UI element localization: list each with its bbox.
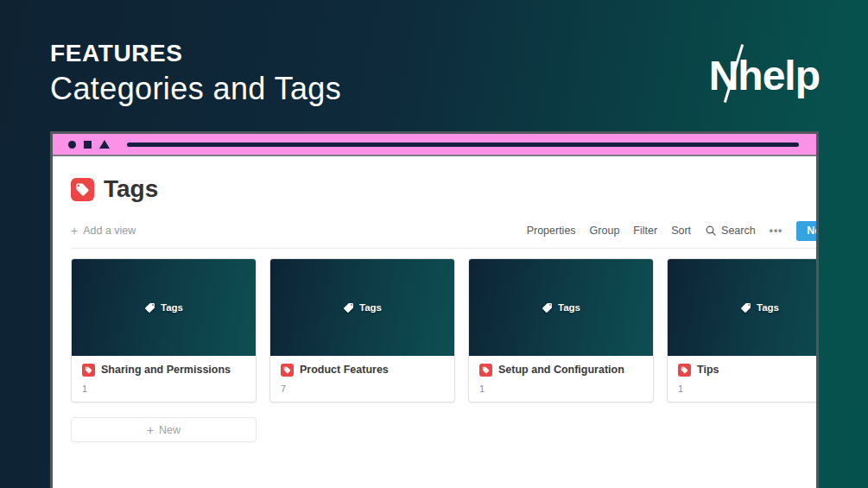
- gallery-card[interactable]: Tags Tips 1: [667, 258, 819, 402]
- card-body: Tips 1: [668, 356, 819, 402]
- plus-icon: +: [71, 224, 78, 238]
- window-square-icon[interactable]: [84, 141, 92, 149]
- more-icon[interactable]: •••: [770, 225, 783, 237]
- browser-window: Tags + Add a view Properties Group Filte…: [50, 131, 819, 488]
- filter-button[interactable]: Filter: [633, 225, 657, 237]
- cover-label: Tags: [757, 302, 779, 313]
- tag-icon: [71, 178, 94, 201]
- gallery-card[interactable]: Tags Sharing and Permissions 1: [71, 258, 257, 402]
- gallery-card[interactable]: Tags Product Features 7: [269, 258, 455, 402]
- new-button[interactable]: New: [796, 221, 819, 241]
- new-row-label: New: [159, 424, 181, 436]
- hero-kicker: FEATURES: [50, 40, 341, 67]
- view-bar: + Add a view Properties Group Filter Sor…: [71, 220, 816, 241]
- page-title: Categories and Tags: [50, 71, 341, 107]
- card-title: Tips: [697, 363, 719, 377]
- card-cover: Tags: [668, 259, 819, 356]
- tag-icon: [343, 302, 354, 314]
- add-view-button[interactable]: + Add a view: [71, 224, 136, 238]
- cover-label: Tags: [161, 302, 183, 313]
- gallery-card[interactable]: Tags Setup and Configuration 1: [468, 258, 654, 402]
- card-title: Product Features: [300, 363, 389, 377]
- page-content: Tags + Add a view Properties Group Filte…: [53, 156, 816, 486]
- card-title: Setup and Configuration: [498, 363, 624, 377]
- logo-letter-n: N: [709, 52, 738, 99]
- tag-icon: [144, 302, 155, 314]
- tag-icon: [281, 364, 294, 377]
- tag-icon: [740, 302, 751, 314]
- nhelp-logo: N help: [709, 52, 820, 99]
- window-triangle-icon[interactable]: [99, 140, 110, 149]
- search-icon: [705, 225, 717, 237]
- doc-title[interactable]: Tags: [104, 175, 158, 203]
- plus-icon: +: [147, 423, 154, 437]
- browser-titlebar: [53, 134, 816, 156]
- card-body: Setup and Configuration 1: [469, 356, 653, 402]
- add-view-label: Add a view: [83, 225, 136, 237]
- card-count: 1: [82, 383, 245, 394]
- divider: [71, 248, 816, 249]
- card-cover: Tags: [72, 259, 256, 356]
- card-body: Sharing and Permissions 1: [72, 356, 256, 402]
- search-label: Search: [721, 225, 756, 237]
- new-row-button[interactable]: + New: [71, 417, 257, 442]
- card-count: 1: [678, 383, 819, 394]
- card-count: 7: [281, 383, 444, 394]
- search-button[interactable]: Search: [705, 225, 756, 237]
- group-button[interactable]: Group: [590, 225, 620, 237]
- cover-label: Tags: [558, 302, 580, 313]
- cover-label: Tags: [359, 302, 382, 313]
- tag-icon: [82, 364, 95, 377]
- sort-button[interactable]: Sort: [671, 225, 691, 237]
- window-circle-icon[interactable]: [68, 141, 76, 149]
- card-count: 1: [479, 383, 643, 394]
- gallery: Tags Sharing and Permissions 1 Tags: [71, 258, 816, 402]
- card-cover: Tags: [270, 259, 454, 356]
- card-body: Product Features 7: [270, 356, 454, 402]
- tag-icon: [479, 364, 492, 377]
- hero-heading: FEATURES Categories and Tags: [50, 40, 341, 107]
- tag-icon: [542, 302, 553, 314]
- url-bar: [127, 143, 799, 147]
- properties-button[interactable]: Properties: [527, 225, 576, 237]
- toolbar: Properties Group Filter Sort Search ••• …: [527, 221, 816, 241]
- card-cover: Tags: [469, 259, 653, 356]
- tag-icon: [678, 364, 691, 377]
- logo-rest: help: [738, 52, 820, 99]
- doc-title-row: Tags: [71, 175, 816, 203]
- card-title: Sharing and Permissions: [101, 363, 231, 377]
